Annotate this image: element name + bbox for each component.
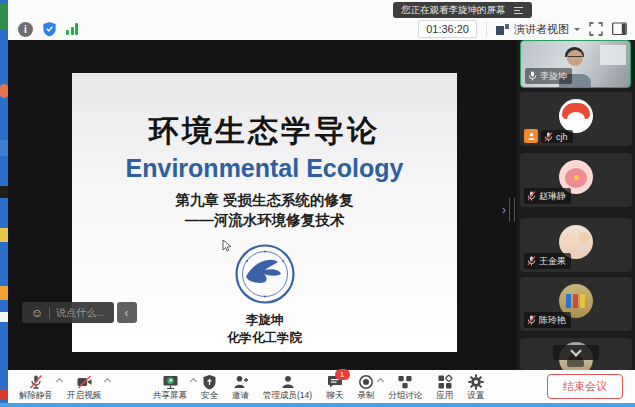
watching-banner-text: 您正在观看李旋坤的屏幕 — [401, 4, 506, 17]
share-screen-icon — [162, 373, 179, 390]
participant-name-label: 陈玲艳 — [524, 312, 571, 328]
panel-collapse-handle[interactable]: › — [502, 198, 515, 222]
chat-placeholder: 说点什么... — [56, 306, 104, 320]
start-video-button[interactable]: 开启视频 — [60, 370, 108, 403]
invite-button[interactable]: 邀请 — [225, 370, 256, 403]
presenter-department: 化学化工学院 — [72, 330, 457, 347]
meeting-info-icon[interactable]: i — [18, 22, 33, 37]
breakout-rooms-button[interactable]: 分组讨论 — [381, 370, 429, 403]
watching-banner: 您正在观看李旋坤的屏幕 — [393, 2, 532, 18]
layout-icon — [496, 24, 509, 35]
slide-title: 环境生态学导论 — [72, 111, 457, 152]
participant-tile-zhaolinjing[interactable]: 赵琳静 — [520, 153, 632, 207]
invite-person-icon — [233, 373, 249, 390]
participant-tile-lixuankun[interactable]: 李旋坤 — [520, 40, 631, 88]
chevron-up-icon[interactable] — [104, 378, 111, 385]
slide-subtitle-en: Environmental Ecology — [72, 154, 457, 183]
participant-tile-cjh[interactable]: cjh — [520, 92, 632, 146]
participant-tile-chenlingyan[interactable]: 陈玲艳 — [520, 277, 632, 331]
mouse-cursor — [222, 239, 232, 252]
scroll-more-button[interactable] — [553, 345, 599, 360]
taskbar-strip — [0, 403, 635, 407]
switch-screen-icon[interactable] — [513, 6, 524, 15]
participant-tile-wangjinguo[interactable]: 王金果 — [520, 218, 632, 272]
security-status-icon[interactable] — [42, 21, 57, 37]
slide-chapter-line2: ——河流水环境修复技术 — [72, 211, 457, 230]
emoji-icon[interactable]: ☺ — [31, 307, 43, 319]
chevron-down-icon — [574, 28, 580, 34]
fox-avatar — [559, 99, 593, 133]
slide-chapter-line1: 第九章 受损生态系统的修复 — [72, 191, 457, 210]
apps-button[interactable]: 应用 — [429, 370, 460, 403]
participants-panel: 李旋坤 cjh — [517, 40, 635, 370]
breakout-rooms-icon — [397, 373, 413, 390]
collapse-chat-button[interactable]: ‹ — [117, 302, 137, 323]
participant-name-label: cjh — [541, 130, 573, 143]
mic-muted-icon — [527, 191, 536, 201]
share-screen-button[interactable]: 共享屏幕 — [146, 370, 194, 403]
camera-off-icon — [76, 373, 93, 390]
record-icon — [358, 373, 374, 390]
chat-badge: 1 — [335, 369, 350, 380]
side-panel-toggle-icon[interactable] — [612, 22, 627, 36]
manage-members-button[interactable]: 管理成员(14) — [256, 370, 319, 403]
mic-muted-icon — [527, 256, 536, 266]
view-mode-label: 演讲者视图 — [514, 22, 569, 37]
meeting-header: i 01:36:20 演讲者视图 — [8, 0, 635, 40]
participant-tile-partial[interactable] — [520, 338, 632, 370]
chat-button[interactable]: 1 聊天 — [319, 370, 350, 403]
network-signal-icon[interactable] — [66, 23, 78, 35]
settings-button[interactable]: 设置 — [460, 370, 491, 403]
security-button[interactable]: 安全 — [194, 370, 225, 403]
participant-name-label: 赵琳静 — [524, 188, 571, 204]
drag-handle-icon — [509, 198, 515, 222]
fullscreen-icon[interactable] — [589, 22, 603, 36]
raised-hand-badge — [524, 129, 538, 143]
participant-name-label: 李旋坤 — [525, 68, 572, 84]
mic-on-icon — [528, 71, 537, 81]
mic-muted-icon — [28, 373, 44, 390]
chevron-right-icon: › — [502, 204, 506, 216]
security-shield-icon — [202, 373, 217, 390]
chat-input[interactable]: ☺ 说点什么... — [22, 302, 114, 323]
quick-chat-bar[interactable]: ☺ 说点什么... ‹ — [22, 302, 137, 323]
settings-gear-icon — [468, 373, 484, 390]
shared-screen-area: 环境生态学导论 Environmental Ecology 第九章 受损生态系统… — [8, 40, 635, 370]
members-icon — [280, 373, 296, 390]
unmute-button[interactable]: 解除静音 — [12, 370, 60, 403]
chevron-down-icon — [570, 345, 581, 356]
chat-bubble-icon: 1 — [327, 373, 343, 390]
chevron-left-icon: ‹ — [125, 306, 129, 320]
bottom-toolbar: 解除静音 开启视频 共享屏幕 — [8, 370, 635, 403]
apps-icon — [437, 373, 453, 390]
meeting-timer: 01:36:20 — [418, 20, 477, 38]
end-meeting-button[interactable]: 结束会议 — [547, 374, 623, 399]
record-button[interactable]: 录制 — [350, 370, 381, 403]
mic-muted-icon — [544, 132, 553, 142]
participant-name-label: 王金果 — [524, 253, 571, 269]
desktop-edge — [0, 0, 8, 407]
university-seal-logo — [234, 243, 296, 305]
speaker-view-button[interactable]: 演讲者视图 — [496, 22, 580, 37]
mic-muted-icon — [527, 315, 536, 325]
